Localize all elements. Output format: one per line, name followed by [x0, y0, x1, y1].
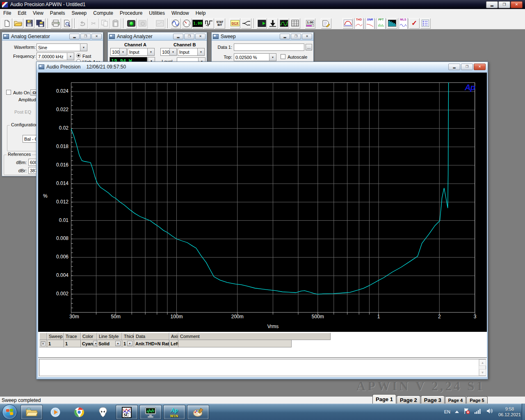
language-indicator[interactable]: EN: [444, 409, 450, 414]
top-select[interactable]: 0.02500 %▼: [234, 53, 276, 61]
row-selector[interactable]: ×: [39, 340, 47, 347]
maximize-button[interactable]: ❐: [461, 64, 473, 70]
restore-button[interactable]: ❐: [184, 34, 194, 39]
autoscale-checkbox[interactable]: [281, 54, 285, 59]
graph-titlebar[interactable]: Audio Precision 12/06/21 09:57:50 ▂ ❐ ✕: [37, 62, 488, 72]
scroll-down-icon[interactable]: ▼: [479, 369, 486, 376]
digital-io-panel-icon[interactable]: [203, 18, 214, 29]
waveform-select[interactable]: Sine▼: [37, 43, 87, 51]
menu-help[interactable]: Help: [192, 9, 209, 17]
sweep-stop-icon[interactable]: [267, 18, 278, 29]
menu-window[interactable]: Window: [168, 9, 192, 17]
minimize-button[interactable]: ▂: [486, 1, 498, 8]
cell-line_style[interactable]: Solid▼: [97, 340, 122, 347]
snr-test-icon[interactable]: SNR: [365, 18, 375, 29]
fft-test-icon[interactable]: FFT: [376, 18, 386, 29]
close-button[interactable]: ✕: [195, 34, 205, 39]
taskbar-explorer[interactable]: [21, 405, 43, 420]
tab-page-5[interactable]: Page 5: [466, 396, 487, 404]
close-button[interactable]: ✕: [302, 34, 312, 39]
data-editor-panel-icon[interactable]: [290, 18, 300, 29]
dcx-panel-icon[interactable]: DCX: [230, 18, 240, 29]
auto-on-checkbox[interactable]: [6, 90, 11, 95]
data1-input[interactable]: [234, 43, 304, 51]
new-file-icon[interactable]: [2, 18, 12, 29]
graph-panel-icon[interactable]: [278, 18, 289, 29]
start-button[interactable]: [2, 404, 17, 420]
tab-page-4[interactable]: Page 4: [445, 396, 466, 404]
menu-file[interactable]: File: [0, 9, 14, 17]
spectrum-test-icon[interactable]: [387, 18, 397, 29]
analog-analyzer-titlebar[interactable]: Analog Analyzer ▂ ❐ ✕: [108, 32, 207, 41]
menu-procedure[interactable]: Procedure: [116, 9, 146, 17]
taskbar-sc-app[interactable]: SC: [116, 405, 138, 420]
clock[interactable]: 9:58 06.12.2021: [498, 406, 521, 418]
tab-page-3[interactable]: Page 3: [421, 395, 445, 404]
action-center-icon[interactable]: [463, 408, 470, 416]
menu-view[interactable]: View: [30, 9, 47, 17]
taskbar-apwin[interactable]: ApWIN: [163, 405, 185, 420]
channel-b-impedance-select[interactable]: 100k▼: [160, 48, 177, 56]
menu-compute[interactable]: Compute: [90, 9, 116, 17]
print-preview-icon[interactable]: [62, 18, 72, 29]
channel-a-source-select[interactable]: Input▼: [128, 48, 155, 56]
fast-radio[interactable]: [76, 53, 81, 58]
test-log-icon[interactable]: [420, 18, 431, 29]
taskbar-foobar2000[interactable]: [92, 405, 114, 420]
close-button[interactable]: ✕: [474, 64, 486, 70]
analog-generator-titlebar[interactable]: Analog Generator ▂ ❐ ✕: [2, 32, 103, 41]
sweep-titlebar[interactable]: Sweep ▂ ❐ ✕: [212, 32, 313, 41]
taskbar-chrome[interactable]: [68, 405, 90, 420]
network-icon[interactable]: [475, 408, 482, 415]
scroll-up-icon[interactable]: ▲: [479, 359, 486, 366]
close-button[interactable]: ✕: [91, 34, 102, 39]
menu-edit[interactable]: Edit: [14, 9, 30, 17]
channel-b-source-select[interactable]: Input▼: [178, 48, 205, 56]
switcher-panel-icon[interactable]: [241, 18, 251, 29]
frequency-select[interactable]: 7.00000 kHz▼: [37, 52, 74, 60]
thd-test-icon[interactable]: THD: [354, 18, 364, 29]
save-all-icon[interactable]: [35, 18, 46, 29]
taskbar-audio-monitor[interactable]: [139, 405, 162, 420]
open-file-icon[interactable]: [13, 18, 23, 29]
line_style-dropdown-icon[interactable]: ▼: [115, 341, 121, 346]
generator-output-on-icon[interactable]: [126, 18, 137, 29]
restore-button[interactable]: ❐: [291, 34, 301, 39]
close-button[interactable]: ✕: [511, 1, 523, 8]
minimize-button[interactable]: ▂: [448, 64, 460, 70]
minimize-button[interactable]: ▂: [173, 34, 183, 39]
status-bits-panel-icon[interactable]: STATBIT: [215, 18, 225, 29]
thick-dropdown-icon[interactable]: ▼: [127, 341, 132, 346]
show-desktop-button[interactable]: [522, 404, 525, 420]
comment-scrollbar[interactable]: ▲ ▼: [479, 359, 486, 376]
sweep-start-icon[interactable]: [256, 18, 267, 29]
tab-page-2[interactable]: Page 2: [397, 395, 420, 404]
color-dropdown-icon[interactable]: ▼: [93, 341, 97, 346]
mls-test-icon[interactable]: MLS: [398, 18, 409, 29]
quick-check-icon[interactable]: ✓: [409, 18, 420, 29]
digital-analyzer-panel-icon[interactable]: 1.99: [192, 18, 203, 29]
minimize-button[interactable]: ▂: [280, 34, 290, 39]
channel-a-impedance-select[interactable]: 100k▼: [110, 48, 127, 56]
cell-color[interactable]: Cyan▼: [81, 340, 97, 347]
row-select-icon[interactable]: ×: [41, 341, 46, 346]
data1-browse-button[interactable]: ...: [306, 44, 312, 50]
bar-graph-panel-icon[interactable]: 1.00: [305, 18, 315, 29]
save-file-icon[interactable]: [24, 18, 34, 29]
minimize-button[interactable]: ▂: [69, 34, 80, 39]
comment-box[interactable]: ▲ ▼: [39, 359, 486, 376]
menu-sweep[interactable]: Sweep: [68, 9, 90, 17]
print-icon[interactable]: [50, 18, 61, 29]
cell-thick[interactable]: 1▼: [122, 340, 134, 347]
menu-panels[interactable]: Panels: [47, 9, 68, 17]
menu-utilities[interactable]: Utilities: [146, 9, 168, 17]
attached-files-icon[interactable]: [321, 18, 331, 29]
tab-page-1[interactable]: Page 1: [372, 394, 396, 404]
analog-generator-panel-icon[interactable]: [170, 18, 181, 29]
analog-analyzer-panel-icon[interactable]: [181, 18, 192, 29]
tray-expand-icon[interactable]: [455, 411, 459, 413]
restore-button[interactable]: ❐: [498, 1, 510, 8]
taskbar-paint[interactable]: [187, 405, 209, 420]
volume-icon[interactable]: [486, 408, 494, 415]
taskbar-media-player[interactable]: [44, 405, 66, 420]
